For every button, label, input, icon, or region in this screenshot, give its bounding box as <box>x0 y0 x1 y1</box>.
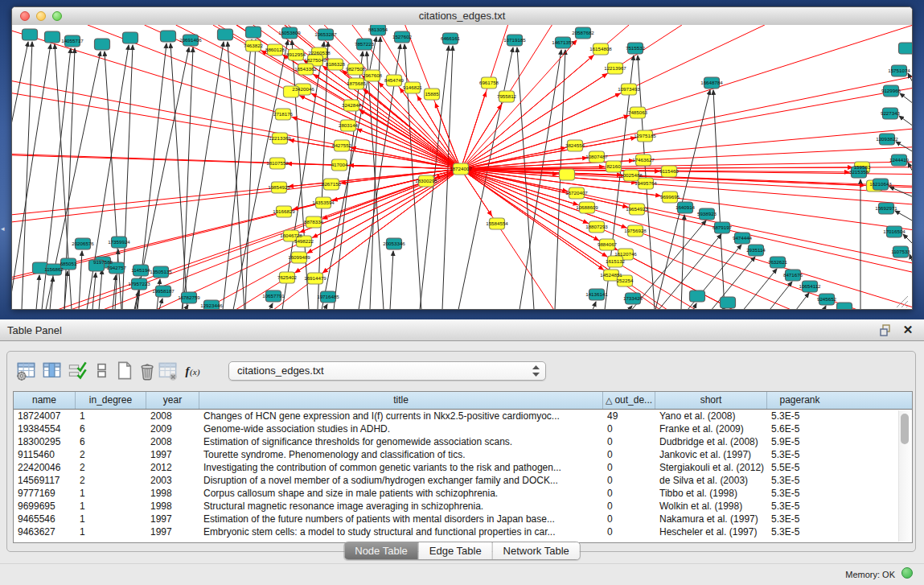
table-row[interactable]: 1938455462009Genome-wide association stu… <box>14 422 912 435</box>
cell-name: 22420046 <box>14 461 76 474</box>
graph-node-label: 8860128 <box>265 47 285 52</box>
graph-node[interactable] <box>690 290 705 302</box>
cell-title: Structural magnetic resonance image aver… <box>199 500 603 513</box>
table-row[interactable]: 1830029562008Estimation of significance … <box>14 435 912 448</box>
cell-pagerank: 5.9E-5 <box>767 435 832 448</box>
network-canvas-container[interactable]: 1872400718300295746382288601288912954222… <box>12 25 912 309</box>
collapse-left-panel-handle[interactable]: ◂ <box>1 224 6 233</box>
column-header-in_degree[interactable]: in_degree <box>76 392 146 409</box>
graph-node[interactable] <box>218 29 233 40</box>
network-canvas[interactable]: 1872400718300295746382288601288912954222… <box>12 25 913 310</box>
dropdown-arrows-icon <box>532 365 540 377</box>
table-row[interactable]: 969969511998Structural magnetic resonanc… <box>14 500 912 513</box>
function-builder-icon[interactable]: f(x) <box>183 360 204 381</box>
graph-node[interactable] <box>95 39 110 50</box>
close-panel-icon[interactable]: ✕ <box>901 323 914 337</box>
cell-in_degree: 1 <box>76 500 146 513</box>
graph-node-label: 16543362 <box>294 66 317 72</box>
column-header-pagerank[interactable]: pagerank <box>767 392 832 409</box>
table-source-dropdown[interactable]: citations_edges.txt <box>228 361 546 381</box>
float-window-icon[interactable] <box>880 324 892 336</box>
network-window-titlebar[interactable]: citations_edges.txt <box>12 7 912 26</box>
show-columns-icon[interactable] <box>41 360 63 381</box>
graph-node-label: 7625402 <box>277 274 298 280</box>
graph-node-label: 5498222 <box>294 238 314 244</box>
graph-node-label: 19716485 <box>317 294 339 299</box>
cell-pagerank: 5.3E-5 <box>767 487 832 500</box>
graph-node-label: 17957223 <box>128 281 150 286</box>
table-row[interactable]: 2242004622012Investigating the contribut… <box>14 461 912 474</box>
graph-node-label: 17359924 <box>108 239 130 245</box>
cell-pagerank: 5.3E-5 <box>767 513 832 525</box>
graph-node[interactable] <box>560 169 575 180</box>
cell-in_degree: 1 <box>76 410 146 422</box>
tab-node-table[interactable]: Node Table <box>344 542 419 559</box>
network-view-background: ◂ citations_edges.txt 187240071830029574… <box>0 0 924 319</box>
graph-node[interactable] <box>837 303 852 310</box>
cell-name: 9777169 <box>14 487 76 500</box>
cell-in_degree: 1 <box>76 513 146 525</box>
new-table-icon[interactable] <box>113 360 135 381</box>
select-rows-icon[interactable] <box>67 360 88 381</box>
graph-node[interactable] <box>23 29 38 40</box>
column-header-title[interactable]: title <box>199 392 603 409</box>
graph-node-label: 14524851 <box>600 272 622 278</box>
graph-node-label: 15885 <box>425 91 439 97</box>
cell-out_de: 0 <box>603 422 655 435</box>
cell-short: Wolkin et al. (1998) <box>655 500 767 513</box>
cell-title: Tourette syndrome. Phenomenology and cla… <box>199 448 603 461</box>
cell-out_de: 0 <box>603 487 655 500</box>
graph-node-label: 9699695 <box>660 194 680 200</box>
tab-network-table[interactable]: Network Table <box>493 542 580 559</box>
table-row[interactable]: 911546021997Tourette syndrome. Phenomeno… <box>14 448 912 461</box>
table-panel-body: citations_edges.txt f(x) namein_degreeye… <box>0 341 924 585</box>
graph-node-label: 7515532 <box>626 45 646 51</box>
cell-in_degree: 2 <box>76 448 146 461</box>
table-row[interactable]: 946362711997Embryonic stem cells: a mode… <box>14 525 912 538</box>
cell-pagerank: 5.3E-5 <box>767 500 832 513</box>
graph-node-label: 9245652 <box>817 296 837 302</box>
cell-short: Dudbridge et al. (2008) <box>655 435 767 448</box>
graph-node[interactable] <box>246 27 261 38</box>
column-header-name[interactable]: name <box>14 392 76 409</box>
table-settings-icon[interactable] <box>15 360 37 381</box>
cell-title: Embryonic stem cells: a model to study s… <box>199 525 603 538</box>
graph-node-label: 9197588 <box>93 259 113 265</box>
column-header-out_de[interactable]: △out_de... <box>603 392 655 409</box>
graph-node-label: 6879197 <box>713 225 733 230</box>
table-scrollbar[interactable] <box>898 410 911 542</box>
table-panel-titlebar: Table Panel ✕ <box>0 319 924 341</box>
table-row[interactable]: 1456911722003Disruption of a novel membe… <box>14 474 912 487</box>
column-header-short[interactable]: short <box>655 392 767 409</box>
graph-node-label: 10807487 <box>585 154 608 159</box>
cell-short: de Silva et al. (2003) <box>655 474 767 487</box>
network-window[interactable]: citations_edges.txt 18724007183002957463… <box>11 6 913 310</box>
table-row[interactable]: 977716911998Corpus callosum shape and si… <box>14 487 912 500</box>
graph-node-label: 18807293 <box>585 224 608 229</box>
graph-node-label: 2803144 <box>339 122 359 128</box>
table-scrollbar-thumb[interactable] <box>901 414 909 444</box>
cell-year: 1998 <box>146 500 199 513</box>
graph-node-label: 8427552 <box>332 142 352 148</box>
cell-title: Corpus callosum shape and size in male p… <box>199 487 603 500</box>
graph-node[interactable] <box>123 32 138 43</box>
graph-node-label: 18724007 <box>450 166 472 171</box>
graph-node-label: 8878334 <box>304 219 324 225</box>
graph-node[interactable] <box>161 31 176 42</box>
graph-node-label: 19854925 <box>268 184 290 190</box>
tab-edge-table[interactable]: Edge Table <box>419 542 493 559</box>
delete-rows-icon[interactable] <box>136 360 158 381</box>
node-table: namein_degreeyeartitle△out_de...shortpag… <box>13 391 913 543</box>
cell-out_de: 0 <box>603 474 655 487</box>
column-header-year[interactable]: year <box>146 392 199 409</box>
table-row[interactable]: 1872400712008Changes of HCN gene express… <box>14 410 912 422</box>
graph-node[interactable] <box>45 31 60 43</box>
table-row[interactable]: 946554611997Estimation of the future num… <box>14 513 912 525</box>
graph-node-label: 12213369 <box>269 135 291 141</box>
network-window-title: citations_edges.txt <box>12 7 912 25</box>
row-height-icon[interactable] <box>91 360 113 381</box>
graph-node[interactable] <box>721 297 736 308</box>
graph-node-label: 252254 <box>617 278 634 283</box>
graph-node[interactable] <box>899 43 914 54</box>
graph-node-label: 2718176 <box>273 111 294 117</box>
